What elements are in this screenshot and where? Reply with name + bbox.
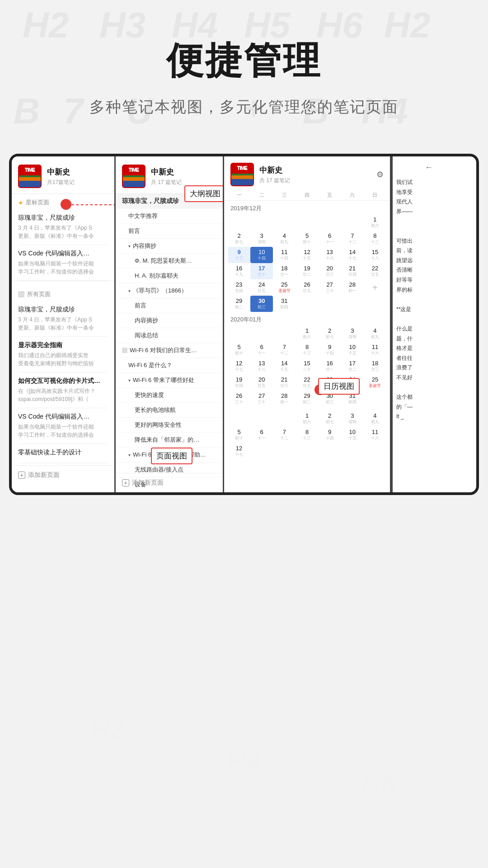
cal-cell[interactable]: 27三十	[250, 391, 273, 407]
outline-item[interactable]: 更好的网络安全性	[116, 418, 223, 433]
cal-cell[interactable]: 29初二	[228, 296, 250, 312]
list-item[interactable]: 琼瑰非宝，尺牍成珍 3 月 4 日，苹果发布了《App S更新。新版《标准》中有…	[18, 209, 108, 245]
cal-cell[interactable]: 29初二	[296, 391, 318, 407]
cal-cell[interactable]: 28初一	[273, 391, 296, 407]
cal-cell[interactable]: 1 初六	[364, 214, 386, 231]
cal-cell[interactable]: 28初一	[341, 279, 364, 296]
gear-icon[interactable]: ⚙	[376, 170, 384, 179]
cal-cell[interactable]: 18廿一	[273, 263, 296, 279]
add-page-button-2[interactable]: + 添加新页面	[116, 473, 223, 492]
cal-cell[interactable]: 16十九	[228, 263, 250, 279]
outline-item[interactable]: 前言	[116, 224, 223, 239]
cal-cell[interactable]: 13十八	[250, 358, 273, 374]
cal-cell[interactable]: 19廿二	[296, 263, 318, 279]
list-item[interactable]: 如何交互可视化你的卡片式… 在《[如何高效实践卡片式写作？sspai.com/p…	[18, 373, 108, 408]
cal-cell[interactable]: 20廿五	[250, 374, 273, 391]
cal-cell[interactable]: 17廿十	[250, 263, 273, 279]
cal-cell[interactable]: 19廿四	[228, 374, 250, 391]
list-item[interactable]: 零基础快读上手的设计	[18, 444, 108, 463]
cal-cell[interactable]: 5初十	[228, 342, 250, 358]
outline-item[interactable]: ▾Wi-Fi 6 带来了哪些好处	[116, 373, 223, 388]
outline-item[interactable]: 内容摘抄	[116, 313, 223, 328]
outline-item[interactable]: 前言	[116, 298, 223, 313]
cal-cell[interactable]: 20廿三	[319, 263, 341, 279]
cal-cell[interactable]: 23廿四	[228, 279, 250, 296]
cal-cell[interactable]: 17廿二	[341, 358, 364, 374]
cal-cell[interactable]: 9十四	[319, 427, 341, 443]
outline-item[interactable]: Φ. M. 陀思妥耶夫斯…	[116, 254, 223, 269]
cal-cell[interactable]: 12十七	[228, 358, 250, 374]
cal-cell[interactable]: 8十三	[364, 231, 386, 247]
cal-cell[interactable]: 11十六	[364, 342, 386, 358]
outline-item[interactable]: 中文学推荐	[116, 209, 223, 224]
cal-cell[interactable]: 22廿五	[364, 263, 386, 279]
cal-cell[interactable]: 9十四	[319, 342, 341, 358]
cal-cell[interactable]: 14十七	[341, 247, 364, 263]
cal-cell[interactable]: 12十五	[296, 247, 318, 263]
cal-cell[interactable]: 16廿一	[319, 358, 341, 374]
cal-cell[interactable]: 7十二	[273, 427, 296, 443]
cal-cell[interactable]: 15二十	[296, 358, 318, 374]
cal-cell[interactable]: 2初七	[228, 231, 250, 247]
outline-item[interactable]: 更长的电池续航	[116, 403, 223, 418]
cal-cell[interactable]: 3清明	[341, 326, 364, 342]
cal-cell-holiday[interactable]: 25圣诞节	[273, 279, 296, 296]
cal-cell[interactable]: 6十一	[250, 342, 273, 358]
back-button[interactable]: ←	[396, 163, 433, 172]
cal-cell[interactable]: 26三十	[228, 391, 250, 407]
cal-cell[interactable]: 7十二	[273, 342, 296, 358]
list-item[interactable]: 琼瑰非宝，尺牍成珍 3 月 4 日，苹果发布了《App S更新。新版《标准》中有…	[18, 301, 108, 337]
cal-cell[interactable]: 7十二	[341, 231, 364, 247]
cal-cell[interactable]: 26廿九	[296, 279, 318, 296]
cal-cell[interactable]: 4初九	[364, 326, 386, 342]
list-item[interactable]: 显示器完全指南 我们通过自己的眼睛感受实世受着毫无束缚的视野与绚烂缤纷	[18, 337, 108, 373]
cal-cell[interactable]: 3清明	[250, 231, 273, 247]
list-item[interactable]: VS Code 代码编辑器入… 如果当电脑只能装一个软件还能学习工作时，不知道你…	[18, 245, 108, 281]
back-icon[interactable]: ←	[425, 163, 433, 172]
cal-cell-today[interactable]: 9十三	[228, 247, 250, 263]
cal-cell[interactable]: 6十一	[250, 427, 273, 443]
cal-cell[interactable]: 4初九	[364, 410, 386, 427]
cal-month-label: 2019年12月	[224, 201, 390, 214]
cal-cell[interactable]: 11十六	[364, 427, 386, 443]
cal-cell[interactable]: 12十七	[228, 443, 250, 459]
cal-cell[interactable]: 21廿六	[273, 374, 296, 391]
cal-cell[interactable]: 31初四	[273, 296, 296, 312]
cal-cell[interactable]: 10十五	[341, 342, 364, 358]
list-item[interactable]: VS Code 代码编辑器入… 如果当电脑只能装一个软件还能学习工作时，不知道你…	[18, 408, 108, 444]
cal-cell[interactable]: 8十三	[296, 427, 318, 443]
cal-cell-selected[interactable]: 10十四	[250, 247, 273, 263]
add-page-button-1[interactable]: + 添加新页面	[12, 465, 114, 485]
cal-cell-today2[interactable]: 30初三	[250, 296, 273, 312]
cal-cell[interactable]: 24廿五	[250, 279, 273, 296]
cal-cell[interactable]: 1初六	[296, 410, 318, 427]
cal-cell[interactable]: 13十六	[319, 247, 341, 263]
outline-item[interactable]: 更快的速度	[116, 388, 223, 403]
outline-item[interactable]: Wi-Fi 6 是什么？	[116, 358, 223, 373]
cal-cell[interactable]: 10十五	[341, 427, 364, 443]
cal-cell[interactable]: 5初十	[296, 231, 318, 247]
cal-cell[interactable]: 4初九	[273, 231, 296, 247]
cal-cell[interactable]: 6十一	[319, 231, 341, 247]
outline-item[interactable]: 降低来自「邻居家」的…	[116, 433, 223, 448]
cal-cell[interactable]: 11十四	[273, 247, 296, 263]
cal-cell[interactable]: 27三十	[319, 279, 341, 296]
cal-cell[interactable]: 14十九	[273, 358, 296, 374]
cal-cell-holiday[interactable]: 25圣诞节	[364, 374, 386, 391]
cal-cell[interactable]: 18廿三	[364, 358, 386, 374]
calendar-annotation-box: 日历视图	[318, 378, 360, 395]
cal-cell[interactable]: 5初十	[228, 427, 250, 443]
outline-item[interactable]: ▾内容摘抄	[116, 239, 223, 254]
cal-cell-add[interactable]: +	[364, 279, 386, 296]
outline-item[interactable]: 阅读总结	[116, 328, 223, 343]
outline-item[interactable]: H. A. 别尔嘉耶夫	[116, 269, 223, 283]
cal-cell[interactable]: 8十三	[296, 342, 318, 358]
cal-cell[interactable]: 3清明	[341, 410, 364, 427]
cal-cell[interactable]: 21廿四	[341, 263, 364, 279]
outline-item[interactable]: Wi-Fi 6 对我们的日常生…	[116, 343, 223, 358]
cal-cell[interactable]: 2初七	[319, 326, 341, 342]
cal-cell[interactable]: 1初六	[296, 326, 318, 342]
outline-item[interactable]: ▾《罪与罚》（1866）	[116, 283, 223, 298]
cal-cell[interactable]: 15十八	[364, 247, 386, 263]
cal-cell[interactable]: 2初七	[319, 410, 341, 427]
